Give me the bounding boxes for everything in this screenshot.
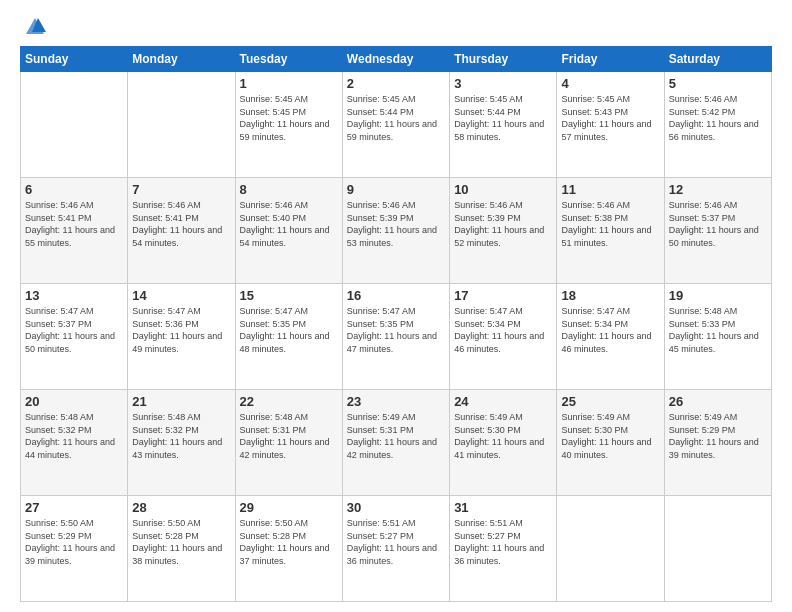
day-number: 5	[669, 76, 767, 91]
day-info: Sunrise: 5:48 AMSunset: 5:32 PMDaylight:…	[132, 411, 230, 461]
day-number: 3	[454, 76, 552, 91]
day-info: Sunrise: 5:46 AMSunset: 5:37 PMDaylight:…	[669, 199, 767, 249]
day-number: 11	[561, 182, 659, 197]
day-number: 17	[454, 288, 552, 303]
day-info: Sunrise: 5:48 AMSunset: 5:31 PMDaylight:…	[240, 411, 338, 461]
day-number: 21	[132, 394, 230, 409]
day-info: Sunrise: 5:49 AMSunset: 5:30 PMDaylight:…	[561, 411, 659, 461]
day-number: 4	[561, 76, 659, 91]
weekday-header-sunday: Sunday	[21, 47, 128, 72]
day-number: 26	[669, 394, 767, 409]
calendar-cell: 24Sunrise: 5:49 AMSunset: 5:30 PMDayligh…	[450, 390, 557, 496]
logo-area	[20, 16, 48, 38]
day-number: 9	[347, 182, 445, 197]
day-info: Sunrise: 5:50 AMSunset: 5:28 PMDaylight:…	[132, 517, 230, 567]
calendar-cell: 10Sunrise: 5:46 AMSunset: 5:39 PMDayligh…	[450, 178, 557, 284]
calendar-cell	[21, 72, 128, 178]
day-number: 2	[347, 76, 445, 91]
weekday-header-friday: Friday	[557, 47, 664, 72]
calendar-cell: 23Sunrise: 5:49 AMSunset: 5:31 PMDayligh…	[342, 390, 449, 496]
day-number: 29	[240, 500, 338, 515]
calendar-cell: 22Sunrise: 5:48 AMSunset: 5:31 PMDayligh…	[235, 390, 342, 496]
day-number: 13	[25, 288, 123, 303]
day-number: 6	[25, 182, 123, 197]
calendar-cell: 4Sunrise: 5:45 AMSunset: 5:43 PMDaylight…	[557, 72, 664, 178]
day-number: 30	[347, 500, 445, 515]
day-number: 31	[454, 500, 552, 515]
calendar-cell	[557, 496, 664, 602]
day-info: Sunrise: 5:45 AMSunset: 5:44 PMDaylight:…	[454, 93, 552, 143]
calendar-cell: 16Sunrise: 5:47 AMSunset: 5:35 PMDayligh…	[342, 284, 449, 390]
day-info: Sunrise: 5:45 AMSunset: 5:44 PMDaylight:…	[347, 93, 445, 143]
day-info: Sunrise: 5:47 AMSunset: 5:34 PMDaylight:…	[454, 305, 552, 355]
day-number: 18	[561, 288, 659, 303]
calendar-cell	[128, 72, 235, 178]
day-info: Sunrise: 5:48 AMSunset: 5:33 PMDaylight:…	[669, 305, 767, 355]
day-number: 22	[240, 394, 338, 409]
calendar-cell: 29Sunrise: 5:50 AMSunset: 5:28 PMDayligh…	[235, 496, 342, 602]
day-info: Sunrise: 5:45 AMSunset: 5:43 PMDaylight:…	[561, 93, 659, 143]
day-info: Sunrise: 5:47 AMSunset: 5:35 PMDaylight:…	[347, 305, 445, 355]
day-number: 27	[25, 500, 123, 515]
day-number: 8	[240, 182, 338, 197]
calendar-cell: 9Sunrise: 5:46 AMSunset: 5:39 PMDaylight…	[342, 178, 449, 284]
calendar-cell	[664, 496, 771, 602]
day-info: Sunrise: 5:47 AMSunset: 5:37 PMDaylight:…	[25, 305, 123, 355]
day-info: Sunrise: 5:46 AMSunset: 5:39 PMDaylight:…	[347, 199, 445, 249]
day-info: Sunrise: 5:50 AMSunset: 5:29 PMDaylight:…	[25, 517, 123, 567]
header	[20, 16, 772, 38]
day-number: 23	[347, 394, 445, 409]
calendar-cell: 19Sunrise: 5:48 AMSunset: 5:33 PMDayligh…	[664, 284, 771, 390]
calendar-week-row: 13Sunrise: 5:47 AMSunset: 5:37 PMDayligh…	[21, 284, 772, 390]
calendar-cell: 2Sunrise: 5:45 AMSunset: 5:44 PMDaylight…	[342, 72, 449, 178]
day-number: 14	[132, 288, 230, 303]
weekday-header-saturday: Saturday	[664, 47, 771, 72]
calendar-cell: 6Sunrise: 5:46 AMSunset: 5:41 PMDaylight…	[21, 178, 128, 284]
calendar-cell: 27Sunrise: 5:50 AMSunset: 5:29 PMDayligh…	[21, 496, 128, 602]
day-number: 24	[454, 394, 552, 409]
day-info: Sunrise: 5:46 AMSunset: 5:41 PMDaylight:…	[25, 199, 123, 249]
day-info: Sunrise: 5:49 AMSunset: 5:31 PMDaylight:…	[347, 411, 445, 461]
calendar-cell: 17Sunrise: 5:47 AMSunset: 5:34 PMDayligh…	[450, 284, 557, 390]
day-number: 28	[132, 500, 230, 515]
calendar-cell: 11Sunrise: 5:46 AMSunset: 5:38 PMDayligh…	[557, 178, 664, 284]
calendar-cell: 31Sunrise: 5:51 AMSunset: 5:27 PMDayligh…	[450, 496, 557, 602]
calendar-cell: 20Sunrise: 5:48 AMSunset: 5:32 PMDayligh…	[21, 390, 128, 496]
day-info: Sunrise: 5:47 AMSunset: 5:35 PMDaylight:…	[240, 305, 338, 355]
day-number: 25	[561, 394, 659, 409]
calendar-cell: 8Sunrise: 5:46 AMSunset: 5:40 PMDaylight…	[235, 178, 342, 284]
day-info: Sunrise: 5:51 AMSunset: 5:27 PMDaylight:…	[347, 517, 445, 567]
calendar-table: SundayMondayTuesdayWednesdayThursdayFrid…	[20, 46, 772, 602]
calendar-cell: 1Sunrise: 5:45 AMSunset: 5:45 PMDaylight…	[235, 72, 342, 178]
calendar-week-row: 20Sunrise: 5:48 AMSunset: 5:32 PMDayligh…	[21, 390, 772, 496]
day-info: Sunrise: 5:45 AMSunset: 5:45 PMDaylight:…	[240, 93, 338, 143]
calendar-cell: 14Sunrise: 5:47 AMSunset: 5:36 PMDayligh…	[128, 284, 235, 390]
day-number: 10	[454, 182, 552, 197]
day-info: Sunrise: 5:47 AMSunset: 5:34 PMDaylight:…	[561, 305, 659, 355]
calendar-cell: 7Sunrise: 5:46 AMSunset: 5:41 PMDaylight…	[128, 178, 235, 284]
weekday-header-thursday: Thursday	[450, 47, 557, 72]
day-number: 20	[25, 394, 123, 409]
day-info: Sunrise: 5:46 AMSunset: 5:40 PMDaylight:…	[240, 199, 338, 249]
day-number: 16	[347, 288, 445, 303]
day-info: Sunrise: 5:48 AMSunset: 5:32 PMDaylight:…	[25, 411, 123, 461]
day-info: Sunrise: 5:46 AMSunset: 5:41 PMDaylight:…	[132, 199, 230, 249]
day-number: 7	[132, 182, 230, 197]
calendar-cell: 21Sunrise: 5:48 AMSunset: 5:32 PMDayligh…	[128, 390, 235, 496]
calendar-week-row: 1Sunrise: 5:45 AMSunset: 5:45 PMDaylight…	[21, 72, 772, 178]
calendar-cell: 12Sunrise: 5:46 AMSunset: 5:37 PMDayligh…	[664, 178, 771, 284]
calendar-cell: 28Sunrise: 5:50 AMSunset: 5:28 PMDayligh…	[128, 496, 235, 602]
day-info: Sunrise: 5:51 AMSunset: 5:27 PMDaylight:…	[454, 517, 552, 567]
calendar-cell: 26Sunrise: 5:49 AMSunset: 5:29 PMDayligh…	[664, 390, 771, 496]
weekday-header-tuesday: Tuesday	[235, 47, 342, 72]
day-number: 12	[669, 182, 767, 197]
logo-icon	[24, 16, 46, 38]
weekday-header-wednesday: Wednesday	[342, 47, 449, 72]
day-number: 19	[669, 288, 767, 303]
day-info: Sunrise: 5:49 AMSunset: 5:30 PMDaylight:…	[454, 411, 552, 461]
weekday-header-row: SundayMondayTuesdayWednesdayThursdayFrid…	[21, 47, 772, 72]
day-info: Sunrise: 5:46 AMSunset: 5:42 PMDaylight:…	[669, 93, 767, 143]
day-number: 15	[240, 288, 338, 303]
day-info: Sunrise: 5:47 AMSunset: 5:36 PMDaylight:…	[132, 305, 230, 355]
weekday-header-monday: Monday	[128, 47, 235, 72]
